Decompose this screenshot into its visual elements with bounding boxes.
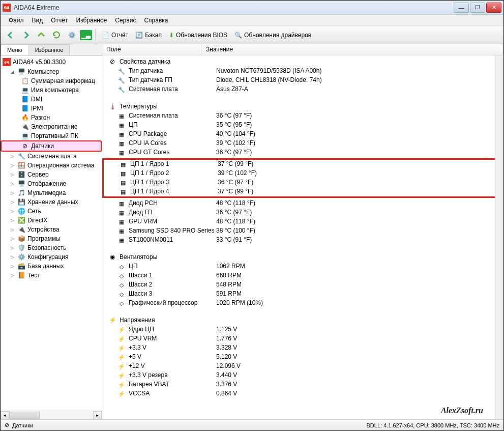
menu-help[interactable]: Справка — [140, 15, 172, 25]
tree-item[interactable]: 💻Портативный ПК — [1, 131, 102, 140]
tree-item[interactable]: ▷🗃️База данных — [1, 262, 102, 271]
tree-item[interactable]: ⊘Датчики — [1, 140, 102, 152]
report-button[interactable]: 📄Отчёт — [99, 30, 131, 41]
expand-icon[interactable]: ▷ — [10, 181, 15, 187]
chart-icon[interactable]: ▁▃ — [80, 30, 92, 40]
tree-computer[interactable]: ◢ 🖥️ Компьютер — [1, 67, 102, 76]
menu-view[interactable]: Вид — [28, 15, 47, 25]
list-row[interactable]: ▦CPU Package40 °C (104 °F) — [102, 130, 503, 139]
menu-service[interactable]: Сервис — [111, 15, 140, 25]
tree-item[interactable]: ▷❎DirectX — [1, 216, 102, 225]
scroll-track[interactable] — [9, 411, 93, 420]
collapse-icon[interactable]: ◢ — [10, 69, 15, 75]
list-row[interactable]: ⚡Батарея VBAT3.376 V — [102, 380, 503, 389]
tree-item[interactable]: ▷⚙️Конфигурация — [1, 252, 102, 262]
tree-item[interactable]: ▷🔌Устройства — [1, 225, 102, 234]
list-row[interactable]: ◇ЦП1062 RPM — [102, 262, 503, 271]
list-row[interactable]: ▦GPU VRM48 °C (118 °F) — [102, 217, 503, 226]
expand-icon[interactable]: ▷ — [10, 245, 15, 251]
tree-item[interactable]: ▷🎵Мультимедиа — [1, 188, 102, 197]
list-row[interactable]: ⚡CPU VRM1.776 V — [102, 334, 503, 343]
menu-file[interactable]: Файл — [5, 15, 28, 25]
list-row[interactable]: ◇Шасси 3591 RPM — [102, 290, 503, 299]
scroll-right-icon[interactable]: ▸ — [93, 411, 102, 420]
nav-tree[interactable]: 64 AIDA64 v5.00.3300 ◢ 🖥️ Компьютер 📋Сум… — [1, 56, 102, 411]
menu-report[interactable]: Отчёт — [47, 15, 72, 25]
list-row[interactable]: ⚡+5 V5.120 V — [102, 353, 503, 362]
list-row[interactable]: 🔧Системная платаAsus Z87-A — [102, 85, 503, 94]
list-row[interactable]: ◇Шасси 1668 RPM — [102, 271, 503, 280]
expand-icon[interactable]: ▷ — [10, 199, 15, 205]
tree-item[interactable]: 🔌Электропитание — [1, 122, 102, 131]
list-row[interactable]: ▦ЦП 1 / Ядро 239 °C (102 °F) — [104, 169, 502, 178]
tree-item[interactable]: ▷🛡️Безопасность — [1, 243, 102, 252]
expand-icon[interactable]: ▷ — [10, 254, 15, 260]
driver-update-button[interactable]: 🔍Обновления драйверов — [231, 30, 314, 41]
maximize-button[interactable]: ☐ — [470, 3, 485, 13]
list-row[interactable]: ◇Шасси 2548 RPM — [102, 280, 503, 290]
tree-item[interactable]: ▷🗄️Сервер — [1, 170, 102, 179]
expand-icon[interactable]: ▷ — [10, 273, 15, 278]
list-row[interactable]: ⚡Ядро ЦП1.125 V — [102, 325, 503, 334]
scroll-thumb[interactable] — [9, 412, 40, 419]
expand-icon[interactable]: ▷ — [10, 209, 15, 214]
tree-item[interactable]: ▷💾Хранение данных — [1, 197, 102, 207]
expand-icon[interactable]: ▷ — [10, 218, 15, 223]
list-row[interactable]: ▦CPU GT Cores36 °C (97 °F) — [102, 148, 503, 157]
list-row[interactable]: ▦ЦП 1 / Ядро 137 °C (99 °F) — [104, 160, 502, 169]
tree-item[interactable]: 🔥Разгон — [1, 113, 102, 122]
back-button[interactable] — [4, 28, 18, 42]
list-row[interactable]: 🔧Тип датчикаNuvoton NCT6791D/5538D (ISA … — [102, 67, 503, 76]
tab-favorites[interactable]: Избранное — [28, 44, 70, 55]
list-vscrollbar[interactable] — [495, 55, 503, 419]
up-button[interactable] — [34, 28, 48, 42]
tree-item[interactable]: ▷🔧Системная плата — [1, 152, 102, 161]
close-button[interactable]: ✕ — [486, 3, 501, 13]
list-row[interactable]: ◇Графический процессор1020 RPM (10%) — [102, 299, 503, 308]
refresh-button[interactable] — [49, 28, 64, 42]
list-row[interactable]: ▦Диод PCH48 °C (118 °F) — [102, 199, 503, 208]
expand-icon[interactable]: ▷ — [10, 154, 15, 159]
column-field[interactable]: Поле — [102, 44, 202, 55]
list-row[interactable]: ⚡+3.3 V резерв3.440 V — [102, 371, 503, 380]
list-row[interactable]: ▦Диод ГП36 °C (97 °F) — [102, 208, 503, 217]
bios-update-button[interactable]: ⬇Обновления BIOS — [166, 30, 230, 41]
list-row[interactable]: ▦CPU IA Cores39 °C (102 °F) — [102, 139, 503, 148]
list-row[interactable]: ▦Samsung SSD 840 PRO Series38 °C (100 °F… — [102, 226, 503, 236]
list-row[interactable]: ⚡+3.3 V3.328 V — [102, 343, 503, 353]
minimize-button[interactable]: — — [454, 3, 469, 13]
scroll-left-icon[interactable]: ◂ — [1, 411, 9, 420]
tree-item[interactable]: ▷🖥️Отображение — [1, 179, 102, 188]
tree-item[interactable]: 💻Имя компьютера — [1, 85, 102, 95]
tree-item[interactable]: ▷📦Программы — [1, 234, 102, 243]
list-row[interactable]: ⚡VCCSA0.864 V — [102, 389, 503, 398]
tree-item[interactable]: 📋Суммарная информац — [1, 76, 102, 85]
list-row[interactable]: ▦ЦП 1 / Ядро 336 °C (97 °F) — [104, 178, 502, 187]
tree-root[interactable]: 64 AIDA64 v5.00.3300 — [1, 57, 102, 67]
expand-icon[interactable]: ▷ — [10, 190, 15, 196]
list-body[interactable]: ⊘Свойства датчика🔧Тип датчикаNuvoton NCT… — [102, 55, 503, 419]
gear-icon[interactable]: ⚙️ — [65, 28, 79, 42]
list-row[interactable]: ▦ЦП35 °C (95 °F) — [102, 121, 503, 130]
list-row[interactable]: ⚡+12 V12.096 V — [102, 362, 503, 371]
tab-menu[interactable]: Меню — [1, 44, 29, 55]
list-row[interactable]: ▦ЦП 1 / Ядро 437 °C (99 °F) — [104, 187, 502, 196]
expand-icon[interactable]: ▷ — [10, 163, 15, 168]
forward-button[interactable] — [19, 28, 33, 42]
tree-item[interactable]: ▷🪟Операционная система — [1, 161, 102, 170]
list-row[interactable]: 🔧Тип датчика ГПDiode, CHiL CHL8318 (NV-D… — [102, 76, 503, 85]
backup-button[interactable]: 🔄Бэкап — [132, 30, 165, 41]
tree-item[interactable]: ▷🌐Сеть — [1, 207, 102, 216]
tree-item[interactable]: 📘DMI — [1, 95, 102, 104]
list-row[interactable]: ▦ST1000NM001133 °C (91 °F) — [102, 236, 503, 245]
expand-icon[interactable]: ▷ — [10, 264, 15, 269]
tree-item[interactable]: 📘IPMI — [1, 104, 102, 113]
tree-hscrollbar[interactable]: ◂ ▸ — [1, 411, 102, 419]
list-row[interactable]: ▦Системная плата36 °C (97 °F) — [102, 111, 503, 121]
expand-icon[interactable]: ▷ — [10, 236, 15, 242]
menu-favorites[interactable]: Избранное — [72, 15, 111, 25]
expand-icon[interactable]: ▷ — [10, 227, 15, 233]
tree-item[interactable]: ▷📙Тест — [1, 271, 102, 280]
column-value[interactable]: Значение — [202, 44, 503, 55]
expand-icon[interactable]: ▷ — [10, 172, 15, 178]
